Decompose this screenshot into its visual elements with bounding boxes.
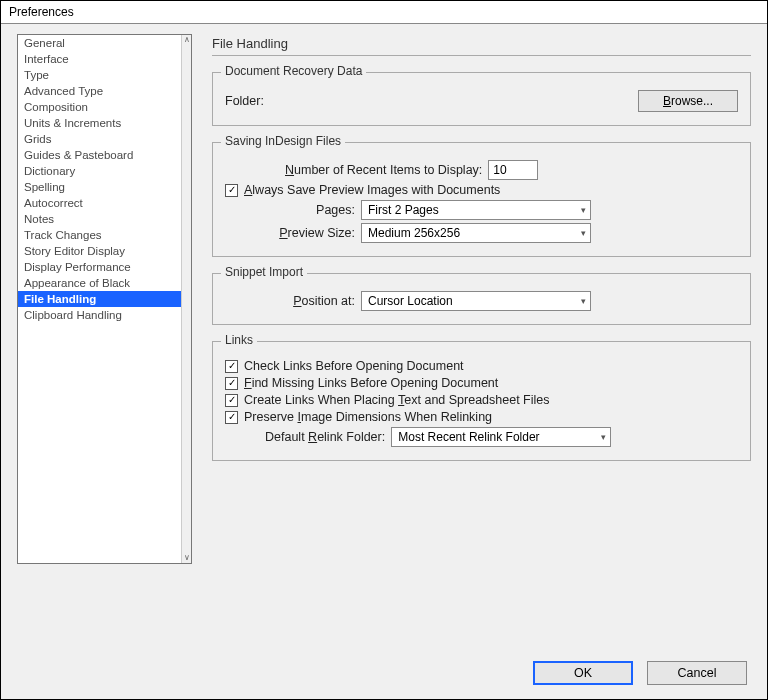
chevron-down-icon: ▾: [601, 432, 606, 442]
always-save-label: Always Save Preview Images with Document…: [244, 183, 500, 197]
sidebar-item-composition[interactable]: Composition: [18, 99, 181, 115]
sidebar-item-units-increments[interactable]: Units & Increments: [18, 115, 181, 131]
sidebar-item-autocorrect[interactable]: Autocorrect: [18, 195, 181, 211]
sidebar-item-display-performance[interactable]: Display Performance: [18, 259, 181, 275]
sidebar-item-interface[interactable]: Interface: [18, 51, 181, 67]
browse-button[interactable]: Browse...: [638, 90, 738, 112]
sidebar-item-file-handling[interactable]: File Handling: [18, 291, 181, 307]
group-title-links: Links: [221, 333, 257, 347]
group-title-snippet: Snippet Import: [221, 265, 307, 279]
sidebar-item-notes[interactable]: Notes: [18, 211, 181, 227]
find-missing-checkbox[interactable]: ✓: [225, 377, 238, 390]
chevron-down-icon: ▾: [581, 205, 586, 215]
window-title: Preferences: [1, 1, 767, 24]
check-links-checkbox[interactable]: ✓: [225, 360, 238, 373]
sidebar-item-story-editor-display[interactable]: Story Editor Display: [18, 243, 181, 259]
ok-button[interactable]: OK: [533, 661, 633, 685]
relink-folder-value: Most Recent Relink Folder: [398, 430, 539, 444]
sidebar-item-type[interactable]: Type: [18, 67, 181, 83]
sidebar-item-appearance-of-black[interactable]: Appearance of Black: [18, 275, 181, 291]
folder-label: Folder:: [225, 94, 264, 108]
preview-size-value: Medium 256x256: [368, 226, 460, 240]
pages-select[interactable]: First 2 Pages ▾: [361, 200, 591, 220]
preferences-window: Preferences GeneralInterfaceTypeAdvanced…: [0, 0, 768, 700]
sidebar-item-general[interactable]: General: [18, 35, 181, 51]
dialog-footer: OK Cancel: [533, 661, 747, 685]
position-value: Cursor Location: [368, 294, 453, 308]
group-title-saving: Saving InDesign Files: [221, 134, 345, 148]
relink-folder-label: Default Relink Folder:: [265, 430, 385, 444]
chevron-down-icon: ▾: [581, 296, 586, 306]
sidebar-item-advanced-type[interactable]: Advanced Type: [18, 83, 181, 99]
find-missing-label: Find Missing Links Before Opening Docume…: [244, 376, 498, 390]
recent-items-label: Number of Recent Items to Display:: [285, 163, 482, 177]
check-links-label: Check Links Before Opening Document: [244, 359, 464, 373]
sidebar-item-track-changes[interactable]: Track Changes: [18, 227, 181, 243]
always-save-checkbox[interactable]: ✓: [225, 184, 238, 197]
page-title: File Handling: [212, 34, 751, 56]
pages-label: Pages:: [265, 203, 355, 217]
preserve-image-label: Preserve Image Dimensions When Relinking: [244, 410, 492, 424]
group-snippet: Snippet Import Position at: Cursor Locat…: [212, 273, 751, 325]
create-links-label: Create Links When Placing Text and Sprea…: [244, 393, 550, 407]
scroll-up-icon[interactable]: ∧: [184, 35, 190, 45]
sidebar-scrollbar[interactable]: ∧ ∨: [181, 35, 191, 563]
group-saving: Saving InDesign Files Number of Recent I…: [212, 142, 751, 257]
preserve-image-checkbox[interactable]: ✓: [225, 411, 238, 424]
sidebar-item-guides-pasteboard[interactable]: Guides & Pasteboard: [18, 147, 181, 163]
position-label: Position at:: [265, 294, 355, 308]
group-links: Links ✓ Check Links Before Opening Docum…: [212, 341, 751, 461]
sidebar: GeneralInterfaceTypeAdvanced TypeComposi…: [17, 34, 192, 564]
scroll-down-icon[interactable]: ∨: [184, 553, 190, 563]
create-links-checkbox[interactable]: ✓: [225, 394, 238, 407]
preview-size-select[interactable]: Medium 256x256 ▾: [361, 223, 591, 243]
sidebar-wrap: GeneralInterfaceTypeAdvanced TypeComposi…: [17, 34, 192, 699]
group-title-recovery: Document Recovery Data: [221, 64, 366, 78]
browse-label-rest: rowse...: [671, 94, 713, 108]
pages-select-value: First 2 Pages: [368, 203, 439, 217]
group-document-recovery: Document Recovery Data Folder: Browse...: [212, 72, 751, 126]
sidebar-list: GeneralInterfaceTypeAdvanced TypeComposi…: [18, 35, 181, 563]
window-body: GeneralInterfaceTypeAdvanced TypeComposi…: [1, 24, 767, 699]
sidebar-item-dictionary[interactable]: Dictionary: [18, 163, 181, 179]
recent-items-input[interactable]: [488, 160, 538, 180]
sidebar-item-grids[interactable]: Grids: [18, 131, 181, 147]
sidebar-item-clipboard-handling[interactable]: Clipboard Handling: [18, 307, 181, 323]
cancel-button[interactable]: Cancel: [647, 661, 747, 685]
main-panel: File Handling Document Recovery Data Fol…: [212, 34, 751, 699]
chevron-down-icon: ▾: [581, 228, 586, 238]
position-select[interactable]: Cursor Location ▾: [361, 291, 591, 311]
preview-size-label: Preview Size:: [265, 226, 355, 240]
relink-folder-select[interactable]: Most Recent Relink Folder ▾: [391, 427, 611, 447]
sidebar-item-spelling[interactable]: Spelling: [18, 179, 181, 195]
